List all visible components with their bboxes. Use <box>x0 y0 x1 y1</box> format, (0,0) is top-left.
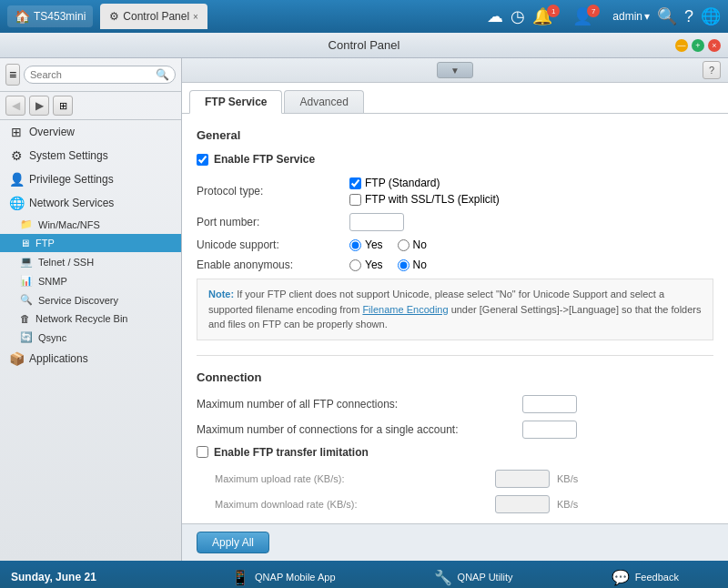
feedback-icon: 💬 <box>612 569 630 586</box>
tab-icon: ⚙ <box>109 10 119 23</box>
home-label: TS453mini <box>34 10 86 23</box>
sidebar-item-system-settings[interactable]: ⚙ System Settings <box>0 144 181 167</box>
qnap-utility-button[interactable]: 🔧 QNAP Utility <box>423 565 524 589</box>
anonymous-no-radio[interactable] <box>398 259 410 271</box>
sidebar-item-service-discovery[interactable]: 🔍 Service Discovery <box>0 290 181 309</box>
port-number-label: Port number: <box>197 216 342 228</box>
protocol-ftp-checkbox[interactable] <box>349 177 361 189</box>
note-link[interactable]: Filename Encoding <box>362 304 448 315</box>
sidebar-item-label: Telnet / SSH <box>38 257 94 268</box>
enable-transfer-row: Enable FTP transfer limitation <box>197 446 713 459</box>
main-content: ▼ ? FTP Service Advanced General Enable … <box>182 58 728 561</box>
download-label: Maximum download rate (KB/s): <box>215 499 488 510</box>
globe-icon[interactable]: 🌐 <box>701 6 721 26</box>
taskbar-icons: ☁ ◷ 🔔 1 👤 7 admin ▾ 🔍 ? 🌐 <box>487 6 721 26</box>
collapse-button[interactable]: ▼ <box>437 62 473 78</box>
bottom-bar: Sunday, June 21 📱 QNAP Mobile App 🔧 QNAP… <box>0 561 728 588</box>
nav-forward-button[interactable]: ▶ <box>29 96 49 116</box>
overview-icon: ⊞ <box>9 125 24 139</box>
tab-close-button[interactable]: × <box>193 12 198 22</box>
unicode-no-radio[interactable] <box>398 239 410 251</box>
anonymous-no-option[interactable]: No <box>398 259 427 271</box>
content-body: General Enable FTP Service Protocol type… <box>182 114 728 523</box>
help-taskbar-icon[interactable]: ? <box>684 7 693 26</box>
unicode-yes-label: Yes <box>365 238 383 251</box>
snmp-icon: 📊 <box>20 275 33 287</box>
sidebar-item-overview[interactable]: ⊞ Overview <box>0 120 181 144</box>
sidebar-item-network-recycle-bin[interactable]: 🗑 Network Recycle Bin <box>0 309 181 328</box>
anonymous-yes-option[interactable]: Yes <box>349 259 383 271</box>
sidebar-item-telnet-ssh[interactable]: 💻 Telnet / SSH <box>0 252 181 271</box>
search-taskbar-icon[interactable]: 🔍 <box>657 6 677 26</box>
badge-1: 1 <box>547 5 560 17</box>
sidebar-item-ftp[interactable]: 🖥 FTP <box>0 234 181 252</box>
sidebar-item-label: Privilege Settings <box>29 173 114 186</box>
max-all-row: Maximum number of all FTP connections: 3… <box>197 395 713 413</box>
chevron-down-icon: ▾ <box>644 10 650 23</box>
protocol-ftp-label: FTP (Standard) <box>365 177 440 189</box>
enable-transfer-checkbox[interactable] <box>197 446 208 458</box>
minimize-button[interactable]: — <box>675 39 688 52</box>
max-all-input[interactable]: 30 <box>522 395 577 413</box>
sidebar-item-label: Overview <box>29 126 75 138</box>
section-divider <box>197 355 713 356</box>
sidebar-item-network-services[interactable]: 🌐 Network Services <box>0 191 181 215</box>
sidebar-item-win-mac-nfs[interactable]: 📁 Win/Mac/NFS <box>0 215 181 234</box>
sidebar-toggle-button[interactable]: ≡ <box>5 64 20 86</box>
protocol-ssl-checkbox[interactable] <box>349 194 361 206</box>
sidebar-item-label: FTP <box>35 238 55 248</box>
protocol-ssl-label: FTP with SSL/TLS (Explicit) <box>365 193 500 206</box>
unicode-no-option[interactable]: No <box>398 238 427 251</box>
max-single-input[interactable]: 10 <box>522 421 577 439</box>
apps-button[interactable]: ⊞ <box>53 96 73 116</box>
sidebar-item-qsync[interactable]: 🔄 Qsync <box>0 328 181 347</box>
folder-icon: 📁 <box>20 218 33 230</box>
anonymous-yes-label: Yes <box>365 259 383 271</box>
anonymous-yes-radio[interactable] <box>349 259 361 271</box>
home-button[interactable]: 🏠 TS453mini <box>7 5 93 27</box>
section-connection-title: Connection <box>197 370 713 384</box>
user-group: 👤 7 <box>572 6 605 26</box>
tab-advanced[interactable]: Advanced <box>284 90 363 113</box>
clock-icon[interactable]: ◷ <box>511 6 525 26</box>
sidebar-item-applications[interactable]: 📦 Applications <box>0 347 181 370</box>
close-button[interactable]: × <box>708 39 721 52</box>
unicode-radio-group: Yes No <box>349 238 427 251</box>
qnap-mobile-app-button[interactable]: 📱 QNAP Mobile App <box>220 565 346 589</box>
unicode-yes-option[interactable]: Yes <box>349 238 383 251</box>
sidebar-item-snmp[interactable]: 📊 SNMP <box>0 271 181 290</box>
notification-group: 🔔 1 <box>532 6 565 26</box>
window-body: ≡ 🔍 ◀ ▶ ⊞ ⊞ Overview ⚙ System Settings <box>0 58 728 561</box>
sidebar-item-label: Qsync <box>38 332 66 343</box>
utility-icon: 🔧 <box>434 569 452 586</box>
applications-icon: 📦 <box>9 351 24 366</box>
port-number-input[interactable]: 21 <box>349 213 404 231</box>
maximize-button[interactable]: + <box>692 39 704 52</box>
tab-label: Control Panel <box>123 10 189 23</box>
unicode-no-label: No <box>413 238 427 251</box>
upload-label: Maximum upload rate (KB/s): <box>215 473 488 484</box>
protocol-ssl-option[interactable]: FTP with SSL/TLS (Explicit) <box>349 193 500 206</box>
control-panel-tab[interactable]: ⚙ Control Panel × <box>100 4 207 29</box>
download-rate-row: Maximum download rate (KB/s): 100 KB/s <box>197 495 713 513</box>
protocol-ftp-option[interactable]: FTP (Standard) <box>349 177 500 189</box>
taskbar: 🏠 TS453mini ⚙ Control Panel × ☁ ◷ 🔔 1 👤 … <box>0 0 728 33</box>
feedback-button[interactable]: 💬 Feedback <box>601 565 690 589</box>
enable-ftp-checkbox[interactable] <box>197 154 208 166</box>
anonymous-no-label: No <box>413 259 427 271</box>
upload-rate-input: 20 <box>495 470 550 488</box>
discovery-icon: 🔍 <box>20 294 33 306</box>
user-menu[interactable]: admin ▾ <box>612 10 650 23</box>
search-input[interactable] <box>30 69 156 80</box>
apply-all-button[interactable]: Apply All <box>197 532 269 553</box>
nav-back-button[interactable]: ◀ <box>5 96 25 116</box>
tab-bar: FTP Service Advanced <box>182 83 728 114</box>
sidebar-item-privilege-settings[interactable]: 👤 Privilege Settings <box>0 167 181 191</box>
unicode-yes-radio[interactable] <box>349 239 361 251</box>
help-button[interactable]: ? <box>703 61 721 79</box>
sidebar-item-label: System Settings <box>29 149 108 162</box>
sidebar-item-label: Applications <box>29 352 88 365</box>
tab-ftp-service[interactable]: FTP Service <box>189 90 282 114</box>
bottom-items: 📱 QNAP Mobile App 🔧 QNAP Utility 💬 Feedb… <box>182 565 728 589</box>
cloud-icon[interactable]: ☁ <box>487 6 503 26</box>
